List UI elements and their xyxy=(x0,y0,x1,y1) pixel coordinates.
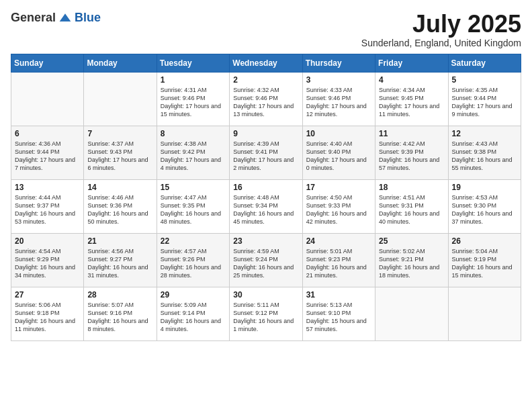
day-number: 11 xyxy=(379,129,444,138)
day-info: Sunrise: 5:01 AMSunset: 9:23 PMDaylight:… xyxy=(306,247,371,280)
calendar-day-cell: 4Sunrise: 4:34 AMSunset: 9:45 PMDaylight… xyxy=(375,72,448,126)
calendar-day-cell: 27Sunrise: 5:06 AMSunset: 9:18 PMDayligh… xyxy=(11,287,84,340)
day-number: 24 xyxy=(306,236,371,246)
calendar-week-row: 20Sunrise: 4:54 AMSunset: 9:29 PMDayligh… xyxy=(11,233,521,287)
calendar-day-cell: 19Sunrise: 4:53 AMSunset: 9:30 PMDayligh… xyxy=(448,179,521,233)
calendar-day-cell: 31Sunrise: 5:13 AMSunset: 9:10 PMDayligh… xyxy=(302,287,375,340)
svg-marker-0 xyxy=(60,13,71,21)
calendar-day-cell: 11Sunrise: 4:42 AMSunset: 9:39 PMDayligh… xyxy=(375,126,448,179)
day-number: 19 xyxy=(452,183,517,192)
day-number: 26 xyxy=(452,236,517,246)
day-of-week-header: Thursday xyxy=(302,54,375,72)
day-number: 2 xyxy=(233,75,298,85)
day-info: Sunrise: 5:09 AMSunset: 9:14 PMDaylight:… xyxy=(161,301,226,334)
day-of-week-header: Monday xyxy=(84,54,157,72)
day-number: 18 xyxy=(379,183,444,192)
day-of-week-header: Saturday xyxy=(448,54,521,72)
calendar-day-cell: 28Sunrise: 5:07 AMSunset: 9:16 PMDayligh… xyxy=(84,287,157,340)
title-block: July 2025 Sunderland, England, United Ki… xyxy=(361,11,521,48)
day-info: Sunrise: 4:46 AMSunset: 9:36 PMDaylight:… xyxy=(87,193,152,226)
calendar-day-cell: 8Sunrise: 4:38 AMSunset: 9:42 PMDaylight… xyxy=(157,126,229,179)
day-info: Sunrise: 4:31 AMSunset: 9:46 PMDaylight:… xyxy=(161,86,226,119)
day-number: 9 xyxy=(233,129,298,138)
calendar-day-cell: 16Sunrise: 4:48 AMSunset: 9:34 PMDayligh… xyxy=(230,179,302,233)
calendar-day-cell: 18Sunrise: 4:51 AMSunset: 9:31 PMDayligh… xyxy=(375,179,448,233)
page-header: General Blue July 2025 Sunderland, Engla… xyxy=(11,11,521,48)
calendar-day-cell: 21Sunrise: 4:56 AMSunset: 9:27 PMDayligh… xyxy=(84,233,157,287)
day-number: 1 xyxy=(161,75,226,85)
day-info: Sunrise: 4:34 AMSunset: 9:45 PMDaylight:… xyxy=(379,86,444,119)
calendar-day-cell xyxy=(84,72,157,126)
logo-icon xyxy=(58,11,72,25)
day-number: 20 xyxy=(15,236,80,246)
calendar-week-row: 27Sunrise: 5:06 AMSunset: 9:18 PMDayligh… xyxy=(11,287,521,340)
day-number: 23 xyxy=(233,236,298,246)
day-number: 4 xyxy=(379,75,444,85)
day-info: Sunrise: 4:51 AMSunset: 9:31 PMDaylight:… xyxy=(379,193,444,226)
day-info: Sunrise: 4:47 AMSunset: 9:35 PMDaylight:… xyxy=(161,193,226,226)
location: Sunderland, England, United Kingdom xyxy=(361,38,521,48)
day-info: Sunrise: 4:54 AMSunset: 9:29 PMDaylight:… xyxy=(15,247,80,280)
day-number: 28 xyxy=(87,290,152,300)
day-info: Sunrise: 4:40 AMSunset: 9:40 PMDaylight:… xyxy=(306,140,371,173)
calendar-day-cell: 12Sunrise: 4:43 AMSunset: 9:38 PMDayligh… xyxy=(448,126,521,179)
day-number: 8 xyxy=(161,129,226,138)
calendar-day-cell xyxy=(11,72,84,126)
day-number: 6 xyxy=(15,129,80,138)
day-info: Sunrise: 4:35 AMSunset: 9:44 PMDaylight:… xyxy=(452,86,517,119)
calendar-day-cell: 14Sunrise: 4:46 AMSunset: 9:36 PMDayligh… xyxy=(84,179,157,233)
day-info: Sunrise: 5:02 AMSunset: 9:21 PMDaylight:… xyxy=(379,247,444,280)
calendar-day-cell: 15Sunrise: 4:47 AMSunset: 9:35 PMDayligh… xyxy=(157,179,229,233)
calendar-day-cell: 5Sunrise: 4:35 AMSunset: 9:44 PMDaylight… xyxy=(448,72,521,126)
calendar-day-cell: 9Sunrise: 4:39 AMSunset: 9:41 PMDaylight… xyxy=(230,126,302,179)
day-number: 7 xyxy=(87,129,152,138)
day-of-week-header: Wednesday xyxy=(230,54,302,72)
calendar-day-cell: 29Sunrise: 5:09 AMSunset: 9:14 PMDayligh… xyxy=(157,287,229,340)
logo-blue: Blue xyxy=(75,11,101,25)
day-number: 21 xyxy=(87,236,152,246)
day-number: 14 xyxy=(87,183,152,192)
day-info: Sunrise: 5:07 AMSunset: 9:16 PMDaylight:… xyxy=(87,301,152,334)
calendar-header-row: SundayMondayTuesdayWednesdayThursdayFrid… xyxy=(11,54,521,72)
day-info: Sunrise: 4:37 AMSunset: 9:43 PMDaylight:… xyxy=(87,140,152,173)
calendar-day-cell: 7Sunrise: 4:37 AMSunset: 9:43 PMDaylight… xyxy=(84,126,157,179)
calendar-week-row: 6Sunrise: 4:36 AMSunset: 9:44 PMDaylight… xyxy=(11,126,521,179)
day-of-week-header: Friday xyxy=(375,54,448,72)
day-info: Sunrise: 4:42 AMSunset: 9:39 PMDaylight:… xyxy=(379,140,444,173)
day-info: Sunrise: 4:43 AMSunset: 9:38 PMDaylight:… xyxy=(452,140,517,173)
calendar-day-cell: 22Sunrise: 4:57 AMSunset: 9:26 PMDayligh… xyxy=(157,233,229,287)
calendar-day-cell: 30Sunrise: 5:11 AMSunset: 9:12 PMDayligh… xyxy=(230,287,302,340)
day-number: 27 xyxy=(15,290,80,300)
calendar-table: SundayMondayTuesdayWednesdayThursdayFrid… xyxy=(11,54,521,341)
day-info: Sunrise: 4:36 AMSunset: 9:44 PMDaylight:… xyxy=(15,140,80,173)
calendar-day-cell: 24Sunrise: 5:01 AMSunset: 9:23 PMDayligh… xyxy=(302,233,375,287)
day-info: Sunrise: 4:57 AMSunset: 9:26 PMDaylight:… xyxy=(161,247,226,280)
day-info: Sunrise: 4:33 AMSunset: 9:46 PMDaylight:… xyxy=(306,86,371,119)
calendar-day-cell: 2Sunrise: 4:32 AMSunset: 9:46 PMDaylight… xyxy=(230,72,302,126)
day-info: Sunrise: 5:13 AMSunset: 9:10 PMDaylight:… xyxy=(306,301,371,334)
day-info: Sunrise: 4:59 AMSunset: 9:24 PMDaylight:… xyxy=(233,247,298,280)
day-info: Sunrise: 4:39 AMSunset: 9:41 PMDaylight:… xyxy=(233,140,298,173)
day-info: Sunrise: 5:04 AMSunset: 9:19 PMDaylight:… xyxy=(452,247,517,280)
day-number: 10 xyxy=(306,129,371,138)
calendar-day-cell xyxy=(375,287,448,340)
calendar-day-cell: 23Sunrise: 4:59 AMSunset: 9:24 PMDayligh… xyxy=(230,233,302,287)
day-number: 3 xyxy=(306,75,371,85)
calendar-day-cell: 1Sunrise: 4:31 AMSunset: 9:46 PMDaylight… xyxy=(157,72,229,126)
calendar-day-cell: 3Sunrise: 4:33 AMSunset: 9:46 PMDaylight… xyxy=(302,72,375,126)
month-title: July 2025 xyxy=(361,11,521,38)
day-info: Sunrise: 4:38 AMSunset: 9:42 PMDaylight:… xyxy=(161,140,226,173)
calendar-day-cell xyxy=(448,287,521,340)
calendar-day-cell: 6Sunrise: 4:36 AMSunset: 9:44 PMDaylight… xyxy=(11,126,84,179)
calendar-day-cell: 10Sunrise: 4:40 AMSunset: 9:40 PMDayligh… xyxy=(302,126,375,179)
day-info: Sunrise: 5:11 AMSunset: 9:12 PMDaylight:… xyxy=(233,301,298,334)
calendar-week-row: 13Sunrise: 4:44 AMSunset: 9:37 PMDayligh… xyxy=(11,179,521,233)
calendar-day-cell: 13Sunrise: 4:44 AMSunset: 9:37 PMDayligh… xyxy=(11,179,84,233)
calendar-day-cell: 20Sunrise: 4:54 AMSunset: 9:29 PMDayligh… xyxy=(11,233,84,287)
day-number: 5 xyxy=(452,75,517,85)
day-info: Sunrise: 4:44 AMSunset: 9:37 PMDaylight:… xyxy=(15,193,80,226)
day-info: Sunrise: 4:48 AMSunset: 9:34 PMDaylight:… xyxy=(233,193,298,226)
day-info: Sunrise: 4:56 AMSunset: 9:27 PMDaylight:… xyxy=(87,247,152,280)
logo-general: General xyxy=(11,11,56,25)
day-number: 13 xyxy=(15,183,80,192)
